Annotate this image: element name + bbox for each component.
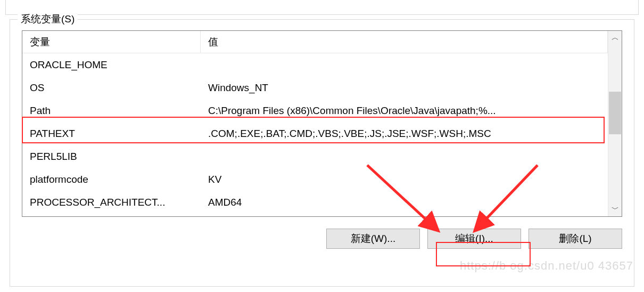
cell-value: KV [201,171,608,189]
group-title: 系统变量(S) [18,12,78,26]
scroll-up-button[interactable]: ︿ [608,31,622,45]
system-variables-buttons: 新建(W)... 编辑(I)... 删除(L) [22,229,622,249]
variables-list[interactable]: 变量 值 ORACLE_HOME OS Windows_NT Path C:\P… [22,30,622,217]
delete-button[interactable]: 删除(L) [529,229,622,249]
cell-value [201,153,608,160]
table-row[interactable]: PATHEXT .COM;.EXE;.BAT;.CMD;.VBS;.VBE;.J… [22,122,608,145]
column-header-value[interactable]: 值 [201,31,608,53]
cell-value: C:\Program Files (x86)\Common Files\Orac… [201,102,608,120]
table-row[interactable]: OS Windows_NT [22,76,608,99]
scroll-down-button[interactable]: ﹀ [608,202,622,216]
cell-name: PROCESSOR_ARCHITECT... [22,193,201,212]
cell-name: OS [22,79,201,97]
table-row[interactable]: platformcode KV [22,168,608,191]
column-header-name[interactable]: 变量 [22,31,201,53]
cell-name: platformcode [22,171,201,189]
table-row[interactable]: Path C:\Program Files (x86)\Common Files… [22,99,608,122]
list-body: 变量 值 ORACLE_HOME OS Windows_NT Path C:\P… [22,31,608,216]
upper-panel-edge [5,0,639,15]
cell-name: Path [22,102,201,120]
cell-name: PATHEXT [22,125,201,143]
watermark-text: https://b og.csdn.net/u0 43657 [460,259,633,273]
table-row[interactable]: PERL5LIB [22,145,608,168]
table-row[interactable]: PROCESSOR_ARCHITECT... AMD64 [22,191,608,214]
scroll-thumb[interactable] [609,92,621,134]
vertical-scrollbar[interactable]: ︿ ﹀ [608,31,622,216]
cell-value: .COM;.EXE;.BAT;.CMD;.VBS;.VBE;.JS;.JSE;.… [201,125,608,143]
scroll-track[interactable] [608,45,622,202]
cell-name: ORACLE_HOME [22,56,201,74]
cell-name: PERL5LIB [22,148,201,166]
cell-value: Windows_NT [201,79,608,97]
cell-value: AMD64 [201,193,608,212]
list-header: 变量 值 [22,31,608,53]
table-row[interactable]: ORACLE_HOME [22,53,608,76]
chevron-up-icon: ︿ [612,33,619,43]
system-variables-group: 系统变量(S) 变量 值 ORACLE_HOME OS Windows_NT P… [10,19,634,287]
chevron-down-icon: ﹀ [612,205,619,214]
cell-value [201,62,608,68]
edit-button[interactable]: 编辑(I)... [427,229,521,249]
new-button[interactable]: 新建(W)... [326,229,420,249]
